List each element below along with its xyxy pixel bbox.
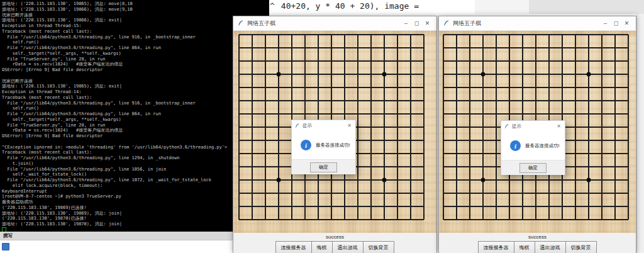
window-statusbar: success 连接服务器 悔棋 退出游戏 切换背景 <box>233 233 436 253</box>
code-caret: ^ <box>270 1 275 11</box>
terminal-line: 源地址: ('220.115.183.130', 19870), 消息: joi… <box>2 222 269 227</box>
terminal-line: t.join() <box>2 161 269 167</box>
terminal-line: OSError: [Errno 9] Bad file descriptor <box>2 133 269 139</box>
switch-background-button[interactable]: 切换背景 <box>363 241 394 253</box>
dialog-footer: 确定 <box>292 159 355 174</box>
terminal-cursor-line <box>2 227 269 232</box>
terminal-line: OSError: [Errno 9] Bad file descriptor <box>2 67 269 73</box>
dialog-body: i 服务器连接成功! <box>292 131 355 159</box>
editor-scrollbar[interactable] <box>636 14 644 253</box>
close-icon[interactable]: ✕ <box>422 16 433 30</box>
terminal-line: ('220.115.183.130', 19869)已连接! <box>2 205 269 211</box>
minimize-icon[interactable]: – <box>401 16 411 30</box>
tk-feather-icon <box>238 20 244 26</box>
terminal-line: File "/usr/lib64/python3.6/threading.py"… <box>2 111 269 117</box>
window-statusbar: success 连接服务器 悔棋 退出游戏 切换背景 <box>439 233 636 253</box>
terminal-line: self.run() <box>2 106 269 111</box>
terminal-line: Traceback (most recent call last): <box>2 150 269 155</box>
window-controls: – ◻ ✕ <box>600 16 632 30</box>
terminal-line: 源地址: ('220.115.183.130', 19866), 消息: exi… <box>2 18 269 23</box>
window-controls: – ◻ ✕ <box>401 16 433 30</box>
terminal-line: KeyboardInterrupt <box>2 189 269 194</box>
terminal-line: File "/usr/lib64/python3.6/threading.py"… <box>2 45 269 51</box>
exit-game-button[interactable]: 退出游戏 <box>332 241 364 253</box>
terminal-line: File "/usr/lib64/python3.6/threading.py"… <box>2 155 269 161</box>
terminal-line: self._target(*self._args, **self._kwargs… <box>2 117 269 123</box>
button-row: 连接服务器 悔棋 退出游戏 切换背景 <box>439 241 636 253</box>
terminal-cursor <box>2 227 6 232</box>
window-title: 网络五子棋 <box>453 20 481 28</box>
dialog-close-icon[interactable]: ✕ <box>557 123 561 129</box>
info-dialog: 提示 ✕ i 服务器连接成功! 确定 <box>291 120 356 174</box>
dialog-close-icon[interactable]: ✕ <box>347 123 352 128</box>
info-dialog: 提示 ✕ i 服务器连接成功! 确定 <box>501 120 565 175</box>
maximize-icon[interactable]: ◻ <box>611 16 621 30</box>
dialog-body: i 服务器连接成功! <box>501 132 565 160</box>
terminal-line: [root@VM-8-7-centos ~]# python3 TrueServ… <box>2 194 269 200</box>
maximize-icon[interactable]: ◻ <box>411 16 422 30</box>
info-icon: i <box>301 140 311 150</box>
tk-feather-icon <box>295 123 300 128</box>
dialog-titlebar[interactable]: 提示 ✕ <box>501 121 565 132</box>
close-icon[interactable]: ✕ <box>621 16 632 30</box>
window-titlebar[interactable]: 网络五子棋 – ◻ ✕ <box>439 16 636 31</box>
terminal-line: Traceback (most recent call last): <box>2 95 269 101</box>
terminal-line: rData = ss.recv(1024) #接受客户端发送的信息 <box>2 62 269 67</box>
gomoku-window-2: 网络五子棋 – ◻ ✕ success 连接服务器 悔棋 退出游戏 切换背景 提… <box>438 16 636 253</box>
code-line: ^40+20, y * 40 + 20), image = <box>270 1 419 11</box>
ok-button[interactable]: 确定 <box>310 162 337 172</box>
terminal-line: File "/usr/lib64/python3.6/threading.py"… <box>2 35 269 40</box>
terminal-line: File "/usr/lib64/python3.6/threading.py"… <box>2 177 269 183</box>
terminal-line: Exception in thread Thread-15: <box>2 23 269 29</box>
terminal[interactable]: 源地址: ('220.115.183.130', 19865), 消息: mov… <box>0 0 269 232</box>
terminal-line: File "/usr/lib64/python3.6/threading.py"… <box>2 167 269 172</box>
terminal-line: ('220.115.183.130', 19870)已连接! <box>2 216 269 222</box>
terminal-line <box>2 139 269 145</box>
editor-top-panel <box>475 0 529 14</box>
terminal-line: self.run() <box>2 40 269 45</box>
dialog-message: 服务器连接成功! <box>525 143 560 149</box>
button-row: 连接服务器 悔棋 退出游戏 切换背景 <box>233 241 436 253</box>
dialog-title: 提示 <box>512 123 521 130</box>
dialog-message: 服务器连接成功! <box>316 142 350 149</box>
image-chip-icon[interactable] <box>2 243 9 250</box>
terminal-line: self._target(*self._args, **self._kwargs… <box>2 51 269 57</box>
terminal-line: 源地址: ('220.115.183.130', 19865), 消息: mov… <box>2 1 269 7</box>
window-title: 网络五子棋 <box>247 20 275 28</box>
terminal-line: 源地址: ('220.115.183.130', 19865), 消息: exi… <box>2 84 269 89</box>
terminal-line: 源地址: ('220.115.183.130', 19869), 消息: joi… <box>2 211 269 216</box>
terminal-line: 玩家已断开连接 <box>2 13 269 18</box>
tk-feather-icon <box>504 124 509 129</box>
undo-move-button[interactable]: 悔棋 <box>311 241 333 253</box>
terminal-line <box>2 73 269 79</box>
terminal-line: Exception in thread Thread-14: <box>2 89 269 95</box>
terminal-line: 服务器启动成功 <box>2 200 269 205</box>
ok-button[interactable]: 确定 <box>519 163 547 173</box>
window-titlebar[interactable]: 网络五子棋 – ◻ ✕ <box>233 16 436 31</box>
connect-server-button[interactable]: 连接服务器 <box>275 241 312 253</box>
editor-top-panel-dark <box>529 0 644 14</box>
connect-server-button[interactable]: 连接服务器 <box>478 241 514 253</box>
terminal-line: File "/usr/lib64/python3.6/threading.py"… <box>2 101 269 106</box>
terminal-line: File "TrueServer.py", line 28, in run <box>2 123 269 128</box>
dialog-title: 提示 <box>303 123 312 129</box>
compose-label: 撰写 <box>3 233 13 239</box>
terminal-line: 源地址: ('220.115.183.130', 19866), 消息: mov… <box>2 7 269 13</box>
gomoku-window-1: 网络五子棋 – ◻ ✕ success 连接服务器 悔棋 退出游戏 切换背景 提… <box>233 16 437 253</box>
minimize-icon[interactable]: – <box>600 16 611 30</box>
compose-area[interactable] <box>0 240 233 253</box>
exit-game-button[interactable]: 退出游戏 <box>535 241 566 253</box>
tk-feather-icon <box>443 20 450 26</box>
undo-move-button[interactable]: 悔棋 <box>514 241 535 253</box>
terminal-line: rData = ss.recv(1024) #接受客户端发送的信息 <box>2 128 269 133</box>
status-text: success <box>233 233 436 240</box>
terminal-line: Traceback (most recent call last): <box>2 29 269 35</box>
switch-background-button[interactable]: 切换背景 <box>565 241 597 253</box>
dialog-footer: 确定 <box>501 160 565 175</box>
terminal-line: ^CException ignored in: <module 'threadi… <box>2 145 269 150</box>
terminal-line: self._wait_for_tstate_lock() <box>2 172 269 177</box>
terminal-line: File "TrueServer.py", line 28, in run <box>2 57 269 62</box>
compose-toolbar: 撰写 <box>0 232 233 240</box>
terminal-line: 玩家已断开连接 <box>2 79 269 84</box>
dialog-titlebar[interactable]: 提示 ✕ <box>292 120 355 131</box>
